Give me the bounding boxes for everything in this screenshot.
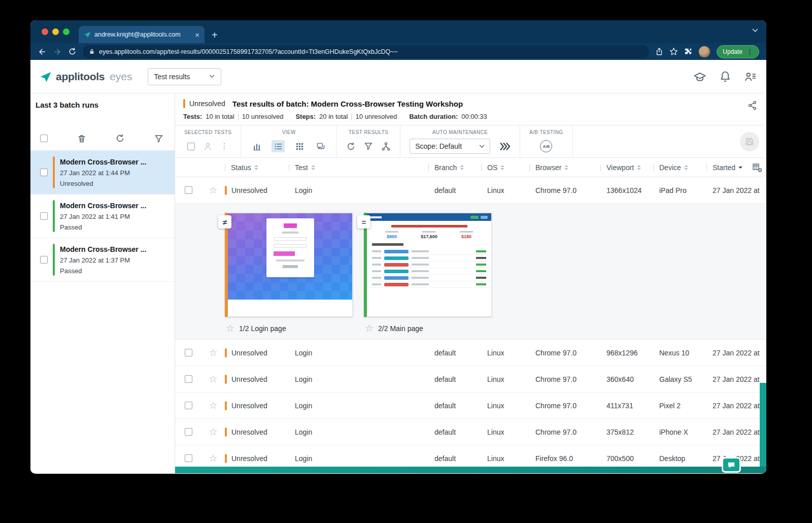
profile-avatar[interactable] [698,46,710,58]
view-dropdown[interactable]: Test results [148,68,222,85]
app-header: applitoolseyes Test results [30,60,766,93]
test-row[interactable]: ☆ Unresolved Login default Linux Chrome … [175,340,766,366]
back-button[interactable] [38,47,47,56]
row-checkbox[interactable] [185,186,192,194]
row-checkbox[interactable] [185,428,192,436]
batch-item[interactable]: Modern Cross-Browser ... 27 Jan 2022 at … [30,194,175,238]
sort-icon [311,165,315,170]
assign-user-icon[interactable] [203,142,213,151]
new-tab-button[interactable]: + [212,30,218,40]
equal-badge-icon: = [357,215,370,228]
column-header-viewport[interactable]: Viewport [600,164,653,172]
notifications-bell-icon[interactable] [720,71,731,83]
tab-search-chevron-icon[interactable] [752,28,758,32]
column-header-device[interactable]: Device [653,164,706,172]
refresh-results-icon[interactable] [346,142,356,151]
chat-widget-button[interactable] [722,457,741,473]
browser-menu-kebab-icon[interactable]: ⋮ [747,48,753,55]
row-checkbox[interactable] [185,402,192,409]
vertical-scrollbar[interactable] [760,383,766,467]
started-cell: 27 Jan 2022 at [706,186,766,194]
steps-unresolved: 10 unresolved [355,113,397,120]
branch-cell: default [428,454,481,463]
filter-batches-icon[interactable] [154,134,163,143]
reload-button[interactable] [68,47,77,56]
column-header-test[interactable]: Test [289,164,428,172]
viewport-cell: 360x640 [600,375,653,383]
row-checkbox[interactable] [185,454,192,462]
chart-view-icon[interactable] [250,140,263,152]
learn-graduation-cap-icon[interactable] [693,71,706,82]
apply-maintenance-icon[interactable] [498,142,511,151]
column-header-status[interactable]: Status [225,164,289,172]
select-all-batches-checkbox[interactable] [40,135,48,142]
grid-view-icon[interactable] [293,140,306,152]
bookmark-star-icon[interactable] [669,47,678,56]
column-header-browser[interactable]: Browser [529,164,600,172]
tests-total: 10 in total [206,113,234,120]
test-row[interactable]: ☆ Unresolved Login default Linux Chrome … [175,393,766,419]
comments-view-icon[interactable] [314,140,327,152]
batch-checkbox[interactable] [40,256,48,264]
favorite-star-icon[interactable]: ☆ [209,427,217,437]
favorite-star-icon[interactable]: ☆ [209,374,217,384]
column-header-branch[interactable]: Branch [428,164,481,172]
batch-list: Modern Cross-Browser ... 27 Jan 2022 at … [30,150,175,282]
started-cell: 27 Jan 2022 at [706,349,766,357]
tab-title: andrew.knight@applitools.com [94,31,191,38]
row-checkbox[interactable] [185,349,192,356]
favorite-star-icon[interactable]: ☆ [209,453,217,463]
step-thumbnail-main[interactable]: = $950 $17,600 $180 [364,213,492,339]
favorite-star-icon[interactable]: ☆ [209,185,217,195]
batch-checkbox[interactable] [40,212,48,220]
group-label: SELECTED TESTS [184,129,231,135]
forward-button[interactable] [53,47,62,56]
batch-item[interactable]: Modern Cross-Browser ... 27 Jan 2022 at … [30,238,175,282]
step-thumbnail-login[interactable]: ≠ ☆ 1/2 Login pag [225,213,353,339]
column-label: Test [295,164,308,172]
scope-dropdown[interactable]: Scope: Default [410,139,490,154]
zoom-window-button[interactable] [63,28,70,35]
test-row[interactable]: ☆ Unresolved Login default Linux Chrome … [175,366,766,393]
list-view-icon[interactable] [272,140,285,152]
step-star-icon[interactable]: ☆ [365,323,374,333]
browser-tab[interactable]: andrew.knight@applitools.com × [79,26,205,43]
row-checkbox[interactable] [185,375,192,383]
favorite-star-icon[interactable]: ☆ [209,401,217,410]
share-icon[interactable] [655,47,663,56]
account-icon[interactable] [744,71,757,82]
started-cell: 27 Jan 2022 at [706,402,766,410]
sort-icon [564,165,568,170]
column-label: Viewport [606,164,634,172]
batch-checkbox[interactable] [40,169,48,176]
ab-testing-icon[interactable]: A/B [540,140,552,152]
save-button[interactable] [740,132,759,151]
close-tab-icon[interactable]: × [195,31,199,39]
select-all-tests-checkbox[interactable] [187,143,195,150]
duration-label: Batch duration: [409,113,458,120]
refresh-batches-icon[interactable] [115,134,125,143]
started-cell: 27 Jan 2022 at [706,375,766,383]
address-bar[interactable]: eyes.applitools.com/app/test-results/000… [83,45,649,58]
share-batch-icon[interactable] [748,101,757,110]
browser-cell: Chrome 97.0 [529,349,600,357]
batch-item[interactable]: Modern Cross-Browser ... 27 Jan 2022 at … [30,151,175,194]
step-caption: ☆ 2/2 Main page [365,323,492,333]
os-cell: Linux [481,186,529,194]
close-window-button[interactable] [42,28,48,35]
test-row[interactable]: ☆ Unresolved Login default Linux Chrome … [175,419,766,445]
test-row[interactable]: ☆ Unresolved Login default Linux Chrome … [175,177,766,204]
horizontal-scrollbar[interactable] [175,467,766,473]
delete-batch-icon[interactable] [77,134,86,143]
group-by-icon[interactable] [381,142,391,151]
more-actions-kebab-icon[interactable]: ⋮ [221,142,229,151]
column-header-os[interactable]: OS [481,164,529,172]
update-button[interactable]: Update ⋮ [717,45,759,58]
extensions-puzzle-icon[interactable] [684,48,692,56]
favorite-star-icon[interactable]: ☆ [209,348,217,357]
step-star-icon[interactable]: ☆ [226,323,234,333]
filter-results-icon[interactable] [364,142,373,151]
minimize-window-button[interactable] [52,28,59,35]
table-settings-icon[interactable] [752,162,762,173]
device-cell: Pixel 2 [653,402,706,410]
